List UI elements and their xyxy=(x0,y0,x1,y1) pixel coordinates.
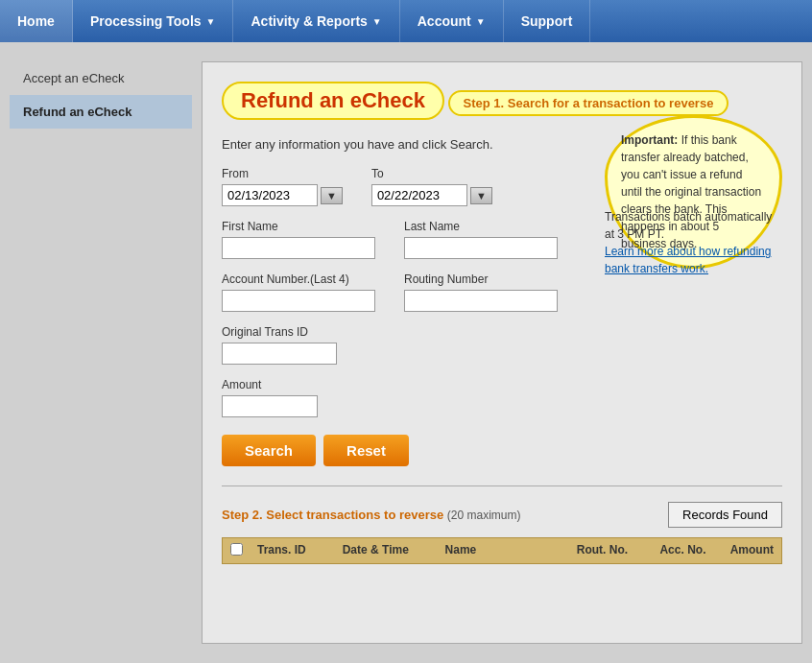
step2-max-value: (20 maximum) xyxy=(447,509,521,522)
account-routing-row: Account Number.(Last 4) Routing Number xyxy=(222,272,782,312)
col-date-time: Date & Time xyxy=(335,543,438,558)
step1-label: Step 1. Search for a transaction to reve… xyxy=(448,90,729,116)
col-amount: Amount xyxy=(713,543,781,558)
amount-group: Amount xyxy=(222,378,318,417)
first-name-label: First Name xyxy=(222,220,375,233)
first-name-group: First Name xyxy=(222,220,375,259)
sidebar-item-accept-echeck[interactable]: Accept an eCheck xyxy=(10,61,192,95)
original-trans-input[interactable] xyxy=(222,343,337,365)
to-date-row: ▼ xyxy=(371,184,492,206)
from-calendar-button[interactable]: ▼ xyxy=(321,187,343,204)
step2-label-area: Step 2. Select transactions to reverse (… xyxy=(222,508,521,522)
learn-more-link[interactable]: Learn more about how refunding bank tran… xyxy=(605,245,771,275)
nav-support[interactable]: Support xyxy=(504,0,591,42)
main-content: Refund an eCheck Step 1. Search for a tr… xyxy=(202,61,802,644)
from-date-input[interactable] xyxy=(222,184,318,206)
original-trans-label: Original Trans ID xyxy=(222,325,337,339)
amount-label: Amount xyxy=(222,378,318,391)
search-button[interactable]: Search xyxy=(222,435,316,466)
to-date-input[interactable] xyxy=(371,184,467,206)
to-calendar-button[interactable]: ▼ xyxy=(470,187,492,204)
sidebar: Accept an eCheck Refund an eCheck xyxy=(10,61,192,644)
routing-number-label: Routing Number xyxy=(404,272,558,286)
last-name-label: Last Name xyxy=(404,220,558,233)
last-name-group: Last Name xyxy=(404,220,558,259)
from-label: From xyxy=(222,167,343,180)
amount-input[interactable] xyxy=(222,395,318,417)
col-trans-id: Trans. ID xyxy=(250,543,335,558)
last-name-input[interactable] xyxy=(404,237,558,259)
from-date-row: ▼ xyxy=(222,184,343,206)
nav-account[interactable]: Account ▼ xyxy=(400,0,504,42)
trans-id-row: Original Trans ID xyxy=(222,325,782,365)
account-number-label: Account Number.(Last 4) xyxy=(222,272,375,286)
step2-row: Step 2. Select transactions to reverse (… xyxy=(222,502,782,528)
batch-info-text: Transactions batch automatically at 3 PM… xyxy=(605,208,782,277)
nav-home[interactable]: Home xyxy=(0,0,73,42)
to-group: To ▼ xyxy=(371,167,492,206)
col-acc-no: Acc. No. xyxy=(635,543,713,558)
col-name: Name xyxy=(438,543,558,558)
first-name-input[interactable] xyxy=(222,237,375,259)
right-info-area: Transactions batch automatically at 3 PM… xyxy=(605,197,782,277)
nav-activity-reports[interactable]: Activity & Reports ▼ xyxy=(233,0,399,42)
original-trans-group: Original Trans ID xyxy=(222,325,337,365)
buttons-row: Search Reset xyxy=(222,435,782,466)
col-check xyxy=(223,543,250,558)
page-wrapper: Accept an eCheck Refund an eCheck Refund… xyxy=(0,42,812,663)
chevron-down-icon: ▼ xyxy=(206,16,216,27)
to-label: To xyxy=(371,167,492,180)
account-number-group: Account Number.(Last 4) xyxy=(222,272,375,312)
routing-number-group: Routing Number xyxy=(404,272,558,312)
chevron-down-icon: ▼ xyxy=(372,16,382,27)
important-title: Important: xyxy=(621,133,678,147)
reset-button[interactable]: Reset xyxy=(323,435,409,466)
step2-label: Step 2. Select transactions to reverse xyxy=(222,508,443,522)
from-group: From ▼ xyxy=(222,167,343,206)
main-nav: Home Processing Tools ▼ Activity & Repor… xyxy=(0,0,812,42)
table-header: Trans. ID Date & Time Name Rout. No. Acc… xyxy=(222,537,782,564)
amount-row: Amount xyxy=(222,378,782,417)
page-title: Refund an eCheck xyxy=(222,82,444,120)
select-all-checkbox[interactable] xyxy=(230,543,243,556)
sidebar-item-refund-echeck[interactable]: Refund an eCheck xyxy=(10,95,192,129)
nav-processing-tools[interactable]: Processing Tools ▼ xyxy=(73,0,234,42)
records-found-button[interactable]: Records Found xyxy=(668,502,782,528)
routing-number-input[interactable] xyxy=(404,290,558,312)
chevron-down-icon: ▼ xyxy=(476,16,486,27)
account-number-input[interactable] xyxy=(222,290,375,312)
section-divider xyxy=(222,485,782,486)
col-rout-no: Rout. No. xyxy=(558,543,635,558)
